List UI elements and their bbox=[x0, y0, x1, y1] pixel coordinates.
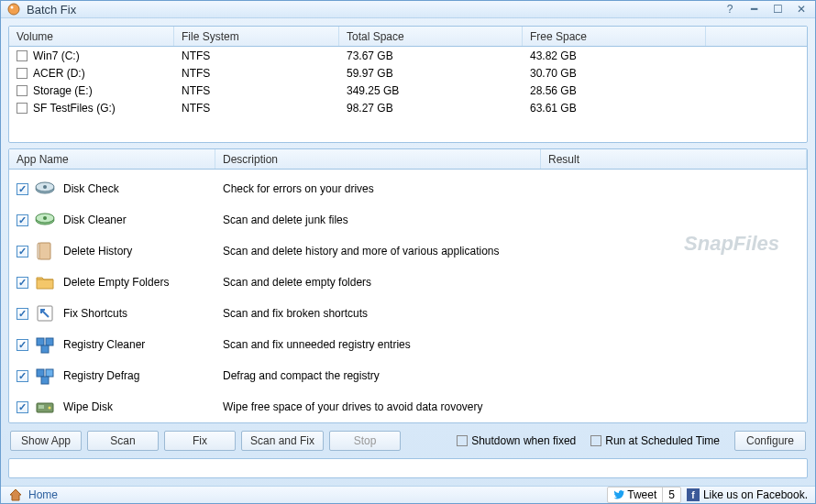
app-checkbox[interactable] bbox=[17, 277, 28, 289]
svg-rect-13 bbox=[37, 369, 44, 377]
app-checkbox[interactable] bbox=[17, 308, 28, 320]
app-row[interactable]: Wipe Disk Wipe free space of your drives… bbox=[9, 391, 807, 422]
apps-body: Disk Check Check for errors on your driv… bbox=[9, 170, 807, 422]
content-area: Volume File System Total Space Free Spac… bbox=[1, 18, 815, 486]
app-row[interactable]: Registry Cleaner Scan and fix unneeded r… bbox=[9, 329, 807, 360]
app-row[interactable]: Fix Shortcuts Scan and fix broken shortc… bbox=[9, 298, 807, 329]
minimize-button[interactable]: ━ bbox=[745, 2, 762, 16]
volume-fs: NTFS bbox=[174, 102, 339, 115]
volumes-header-filesystem[interactable]: File System bbox=[174, 27, 339, 46]
delete-history-icon bbox=[34, 240, 56, 262]
volume-free: 63.61 GB bbox=[523, 102, 706, 115]
apps-header: App Name Description Result bbox=[9, 149, 807, 170]
apps-panel: SnapFiles App Name Description Result Di… bbox=[8, 148, 808, 423]
app-checkbox[interactable] bbox=[17, 214, 28, 226]
delete-empty-folders-icon bbox=[34, 271, 56, 293]
app-name: Disk Cleaner bbox=[63, 214, 127, 226]
volumes-header-volume[interactable]: Volume bbox=[9, 27, 174, 46]
app-checkbox[interactable] bbox=[17, 370, 28, 382]
svg-rect-12 bbox=[41, 345, 49, 353]
button-bar: Show App Scan Fix Scan and Fix Stop Shut… bbox=[8, 429, 808, 453]
volume-name: SF TestFiles (G:) bbox=[33, 102, 116, 115]
scan-and-fix-button[interactable]: Scan and Fix bbox=[241, 431, 324, 451]
app-desc: Scan and delete history and more of vari… bbox=[215, 245, 541, 257]
apps-header-result[interactable]: Result bbox=[541, 149, 807, 169]
volume-checkbox[interactable] bbox=[17, 85, 28, 96]
statusbar: Home Tweet 5 f Like us on Facebook. bbox=[1, 486, 815, 503]
svg-rect-15 bbox=[41, 377, 49, 384]
facebook-link[interactable]: f Like us on Facebook. bbox=[687, 488, 808, 501]
svg-point-0 bbox=[8, 4, 19, 15]
volume-free: 30.70 GB bbox=[523, 67, 706, 80]
apps-header-name[interactable]: App Name bbox=[9, 149, 215, 169]
volume-name: Win7 (C:) bbox=[33, 49, 80, 62]
maximize-button[interactable]: ☐ bbox=[769, 2, 786, 16]
volume-checkbox[interactable] bbox=[17, 68, 28, 79]
volume-row[interactable]: Storage (E:) NTFS 349.25 GB 28.56 GB bbox=[9, 82, 807, 99]
volumes-panel: Volume File System Total Space Free Spac… bbox=[8, 26, 808, 143]
app-name: Disk Check bbox=[63, 182, 119, 195]
svg-rect-11 bbox=[46, 338, 53, 345]
app-row[interactable]: Disk Cleaner Scan and delete junk files bbox=[9, 204, 807, 236]
volume-free: 28.56 GB bbox=[523, 84, 706, 97]
volume-row[interactable]: Win7 (C:) NTFS 73.67 GB 43.82 GB bbox=[9, 47, 807, 64]
stop-button[interactable]: Stop bbox=[329, 431, 401, 451]
volume-free: 43.82 GB bbox=[523, 49, 706, 62]
volume-row[interactable]: ACER (D:) NTFS 59.97 GB 30.70 GB bbox=[9, 64, 807, 82]
app-name: Delete History bbox=[63, 245, 132, 257]
wipe-disk-icon bbox=[34, 396, 56, 418]
home-link[interactable]: Home bbox=[28, 488, 58, 501]
volumes-body: Win7 (C:) NTFS 73.67 GB 43.82 GB ACER (D… bbox=[9, 47, 807, 116]
volume-row[interactable]: SF TestFiles (G:) NTFS 98.27 GB 63.61 GB bbox=[9, 99, 807, 116]
volumes-header-free[interactable]: Free Space bbox=[523, 27, 706, 46]
window: Batch Fix ? ━ ☐ ✕ Volume File System Tot… bbox=[0, 0, 816, 504]
tweet-label: Tweet bbox=[627, 488, 656, 501]
app-row[interactable]: Disk Check Check for errors on your driv… bbox=[9, 173, 807, 204]
app-checkbox[interactable] bbox=[17, 401, 28, 413]
shutdown-checkbox[interactable] bbox=[457, 435, 468, 446]
registry-cleaner-icon bbox=[34, 334, 56, 356]
titlebar[interactable]: Batch Fix ? ━ ☐ ✕ bbox=[1, 1, 815, 18]
tweet-button[interactable]: Tweet 5 bbox=[607, 487, 681, 503]
shutdown-option[interactable]: Shutdown when fixed bbox=[457, 434, 576, 447]
app-checkbox[interactable] bbox=[17, 246, 28, 257]
volume-name: Storage (E:) bbox=[33, 84, 93, 97]
volume-checkbox[interactable] bbox=[17, 103, 28, 114]
configure-button[interactable]: Configure bbox=[734, 431, 806, 451]
volume-checkbox[interactable] bbox=[17, 50, 28, 61]
home-icon[interactable] bbox=[8, 488, 23, 502]
help-button[interactable]: ? bbox=[722, 2, 738, 16]
volumes-header: Volume File System Total Space Free Spac… bbox=[9, 27, 807, 47]
volume-total: 98.27 GB bbox=[339, 102, 523, 115]
svg-point-1 bbox=[11, 6, 14, 9]
app-desc: Scan and fix broken shortcuts bbox=[215, 307, 541, 320]
app-row[interactable]: Delete Empty Folders Scan and delete emp… bbox=[9, 267, 807, 298]
svg-rect-14 bbox=[46, 369, 53, 377]
progress-bar bbox=[8, 458, 808, 478]
svg-point-4 bbox=[43, 185, 47, 189]
social-bar: Tweet 5 f Like us on Facebook. bbox=[607, 487, 808, 503]
app-desc: Defrag and compact the registry bbox=[215, 369, 541, 382]
fix-button[interactable]: Fix bbox=[164, 431, 236, 451]
scheduled-option[interactable]: Run at Scheduled Time bbox=[590, 434, 720, 447]
svg-point-7 bbox=[43, 216, 47, 220]
app-row[interactable]: Registry Defrag Defrag and compact the r… bbox=[9, 360, 807, 391]
volume-total: 349.25 GB bbox=[339, 84, 523, 97]
twitter-icon bbox=[613, 490, 624, 499]
app-row[interactable]: Delete History Scan and delete history a… bbox=[9, 236, 807, 267]
app-checkbox[interactable] bbox=[17, 183, 28, 195]
volumes-header-total[interactable]: Total Space bbox=[339, 27, 523, 46]
scheduled-checkbox[interactable] bbox=[590, 435, 601, 446]
app-name: Wipe Disk bbox=[63, 400, 113, 413]
fix-shortcuts-icon bbox=[34, 302, 56, 324]
close-button[interactable]: ✕ bbox=[793, 2, 810, 16]
svg-rect-17 bbox=[39, 405, 44, 409]
volume-fs: NTFS bbox=[174, 67, 339, 80]
apps-header-desc[interactable]: Description bbox=[215, 149, 541, 169]
show-app-button[interactable]: Show App bbox=[10, 431, 82, 451]
app-checkbox[interactable] bbox=[17, 339, 28, 351]
scan-button[interactable]: Scan bbox=[87, 431, 159, 451]
disk-cleaner-icon bbox=[34, 209, 56, 231]
app-desc: Check for errors on your drives bbox=[215, 182, 541, 195]
window-title: Batch Fix bbox=[27, 3, 722, 16]
